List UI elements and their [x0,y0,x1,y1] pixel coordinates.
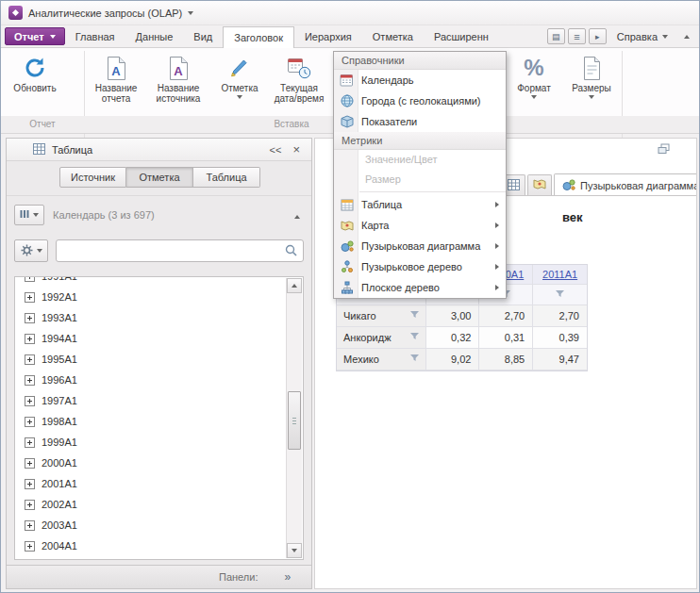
menu-section-dictionaries: Справочники [334,52,506,70]
panel-tab-otmetka[interactable]: Отметка [126,167,193,188]
vertical-scrollbar[interactable] [286,278,302,558]
settings-combo-button[interactable] [14,239,48,262]
expand-plus-icon[interactable] [25,500,35,510]
tree-item[interactable]: 2002A1 [15,494,286,515]
tab-dannye[interactable]: Данные [125,25,184,47]
filter-funnel-icon[interactable] [555,289,565,301]
tree-item-label: 1994A1 [42,333,77,344]
menu-item-indicators[interactable]: Показатели [334,111,506,132]
current-datetime-button[interactable]: Текущая дата/время [269,51,329,113]
table-panel: Таблица << × Источник Отметка Таблица Ка… [6,138,312,589]
menu-item-calendar[interactable]: Календарь [334,70,506,91]
filter-funnel-icon[interactable] [409,354,420,365]
tree-item[interactable]: 1994A1 [15,328,286,349]
report-menu-button[interactable]: Отчет [5,27,65,45]
column-link[interactable]: 2011A1 [542,269,577,280]
menu-item-map[interactable]: Карта [334,215,506,236]
tree-item[interactable]: 1992A1 [15,287,286,307]
expand-plus-icon[interactable] [25,396,35,406]
search-input[interactable] [62,244,285,257]
collapse-section-button[interactable] [294,209,304,221]
menu-item-label: Карта [361,220,389,231]
current-datetime-label: Текущая дата/время [270,83,328,104]
scroll-down-button[interactable] [287,543,302,558]
tree-item[interactable]: 1999A1 [15,432,286,453]
tree-item[interactable]: 1995A1 [15,349,286,370]
menu-item-table[interactable]: Таблица [334,194,506,215]
view-tabs: Пузырьковая диаграмма Пуз [502,173,696,196]
expand-plus-icon[interactable] [25,334,35,344]
format-button[interactable]: Формат [507,51,561,113]
tree-item[interactable]: 2005A1 [15,556,286,560]
source-name-button[interactable]: A Название источника [146,51,210,113]
layout-toggle-button[interactable] [547,28,565,44]
report-name-label: Название отчета [89,83,143,104]
tree-item[interactable]: 1991A1 [15,276,286,287]
expand-plus-icon[interactable] [25,520,35,531]
tree-item-label: 1998A1 [42,416,77,427]
help-button[interactable]: Справка [609,31,675,42]
expand-plus-icon[interactable] [25,354,35,365]
panel-collapse-button[interactable]: << [270,144,282,156]
value-cell: 2,70 [479,305,533,327]
expand-plus-icon[interactable] [25,479,35,489]
row-label-cell: Чикаго [337,305,426,327]
tab-rasshirenn[interactable]: Расширенн [424,25,499,47]
expand-plus-icon[interactable] [25,417,35,427]
tree-item[interactable]: 2004A1 [15,535,286,556]
menu-item-size-disabled: Размер [334,170,506,189]
title-dropdown-icon[interactable] [188,11,193,15]
tree-item[interactable]: 2000A1 [15,453,286,473]
scroll-up-button[interactable] [287,278,302,293]
menu-item-label: Города (с геолокациями) [361,95,481,107]
view-tab-bubble-chart[interactable]: Пузырьковая диаграмма [554,173,696,196]
refresh-button[interactable]: Обновить [5,51,65,113]
menu-item-cities[interactable]: Города (с геолокациями) [334,91,506,111]
menu-item-label: Плоское дерево [361,282,440,293]
tree-item[interactable]: 1996A1 [15,370,286,390]
filter-funnel-icon[interactable] [409,332,420,343]
submenu-arrow-icon [495,285,499,290]
menu-item-bubble-chart[interactable]: Пузырьковая диаграмма [334,236,506,256]
menu-item-bubble-tree[interactable]: Пузырьковое дерево [334,256,506,277]
table-icon [339,199,355,211]
tree-item[interactable]: 1997A1 [15,390,286,411]
tree-item-label: 1995A1 [42,354,77,365]
sizes-button[interactable]: Размеры [565,51,618,113]
format-label: Формат [517,83,551,93]
collapse-ribbon-button[interactable] [678,28,695,44]
tab-ierarkhiya[interactable]: Иерархия [294,25,362,47]
popout-window-icon[interactable] [658,143,670,156]
expand-panels-button[interactable] [284,570,291,584]
expand-plus-icon[interactable] [25,375,35,386]
expand-plus-icon[interactable] [25,437,35,448]
tree-item[interactable]: 1998A1 [15,411,286,432]
expand-plus-icon[interactable] [25,292,35,303]
page-sizes-icon [581,54,603,82]
expand-plus-icon[interactable] [25,276,35,282]
panel-tab-tablitsa[interactable]: Таблица [193,167,260,188]
forward-button[interactable] [589,28,607,44]
menu-item-flat-tree[interactable]: Плоское дерево [334,277,506,298]
expand-plus-icon[interactable] [25,458,35,469]
panel-tab-istochnik[interactable]: Источник [59,167,126,188]
tab-vid[interactable]: Вид [183,25,223,47]
tab-zagolovok[interactable]: Заголовок [223,26,294,48]
report-name-button[interactable]: A Название отчета [88,51,144,113]
panel-close-button[interactable]: × [292,142,300,156]
tab-otmetka[interactable]: Отметка [362,25,424,47]
expand-plus-icon[interactable] [25,541,35,552]
tree-item[interactable]: 2003A1 [15,515,286,535]
mark-button[interactable]: Отметка [214,51,265,113]
filter-funnel-icon[interactable] [409,310,420,321]
columns-combo-button[interactable] [14,205,44,225]
value-cell: 2,70 [533,305,587,327]
tree-item[interactable]: 1993A1 [15,307,286,328]
scrollbar-thumb[interactable] [288,391,301,450]
view-tab-map[interactable] [527,174,552,195]
menu-item-label: Календарь [361,74,414,86]
tab-glavnaya[interactable]: Главная [65,25,125,47]
tree-item[interactable]: 2001A1 [15,473,286,494]
expand-plus-icon[interactable] [25,313,35,323]
list-view-button[interactable] [568,28,586,44]
